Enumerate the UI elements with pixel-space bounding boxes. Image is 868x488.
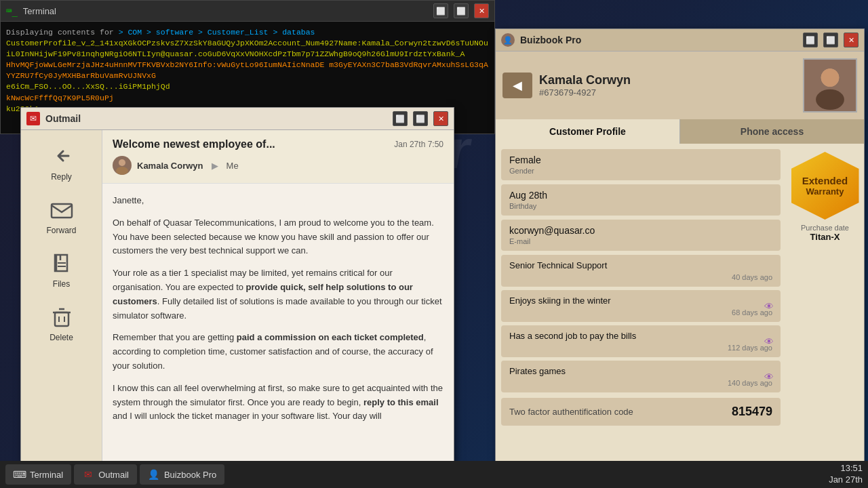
tab-phone-access[interactable]: Phone access [680, 119, 864, 144]
email-body: Janette, On behalf of Quasar Telecommuni… [102, 184, 454, 442]
customer-id: #673679-4927 [539, 87, 796, 98]
reply-icon [48, 142, 75, 169]
terminal-data-line3: e6iCm_FSO...OO...XxSQ...iGiPM1phjQd [6, 81, 489, 92]
svg-point-13 [821, 68, 840, 87]
terminal-data-line2: HhvMQFjoWwLGeMrzjaJHz4uHnnMVTFKVBVxb2NY6… [6, 60, 489, 81]
activity-item-0: Senior Technical Support 40 days ago [501, 255, 781, 287]
outmail-body: Reply Forward [21, 130, 454, 462]
outmail-icon: ✉ [26, 112, 40, 125]
email-arrow-icon: ▶ [212, 161, 218, 171]
activity-meta-1: 68 days ago [509, 308, 772, 317]
taskbar-buizbook-label: Buizbook Pro [164, 470, 216, 480]
svg-rect-0 [52, 204, 72, 218]
warranty-label2: Warranty [806, 186, 844, 197]
terminal-maximize-btn[interactable]: ⬜ [454, 3, 469, 18]
activity-text-3: Pirates games [509, 366, 772, 376]
delete-label: Delete [50, 333, 73, 342]
activity-meta-2: 112 days ago [509, 344, 772, 352]
taskbar-time: 13:51 [829, 463, 863, 474]
gender-label: Gender [509, 167, 772, 175]
email-para-3: Remember that you are getting paid a com… [113, 331, 443, 373]
svg-point-8 [119, 159, 125, 166]
delete-button[interactable]: Delete [21, 298, 102, 348]
taskbar-terminal-label: Terminal [30, 470, 63, 480]
email-para-2: Your role as a tier 1 specialist may be … [113, 266, 443, 323]
terminal-prompt-icon: ⌨_ [6, 5, 18, 16]
email-subject: Welcome newest employee of... [113, 138, 275, 150]
outmail-content[interactable]: Welcome newest employee of... Jan 27th 7… [102, 130, 454, 462]
reply-label: Reply [51, 172, 72, 182]
taskbar-item-outmail[interactable]: ✉ Outmail [74, 464, 137, 485]
files-label: Files [53, 279, 70, 289]
taskbar-item-terminal[interactable]: ⌨ Terminal [5, 464, 71, 485]
svg-point-9 [116, 167, 128, 175]
taskbar-item-buizbook[interactable]: 👤 Buizbook Pro [140, 464, 224, 485]
forward-label: Forward [46, 226, 76, 235]
two-factor-label: Two factor authentification code [509, 407, 633, 417]
email-value: kcorwyn@quasar.co [509, 225, 772, 236]
activity-item-1: Enjoys skiing in the winter 👁 68 days ag… [501, 290, 781, 322]
birthday-field: Aug 28th Birthday [501, 184, 781, 216]
buizbook-header: ◀ Kamala Corwyn #673679-4927 [496, 52, 864, 119]
email-from-name: Kamala Corwyn [137, 161, 203, 171]
terminal-data-line4: kNwcWcFfffQq7K9PL5R0uPj [6, 93, 489, 104]
outmail-maximize-btn[interactable]: ⬜ [413, 111, 428, 126]
email-to: Me [226, 161, 239, 171]
buizbook-minimize-btn[interactable]: ⬜ [803, 33, 818, 47]
taskbar-outmail-icon: ✉ [82, 468, 94, 481]
eye-icon-1: 👁 [764, 301, 774, 312]
svg-rect-3 [55, 312, 68, 326]
terminal-close-btn[interactable]: ✕ [474, 3, 489, 18]
email-para-1: On behalf of Quasar Telecommunications, … [113, 216, 443, 258]
activity-text-0: Senior Technical Support [509, 260, 772, 270]
two-factor-code: 815479 [732, 405, 772, 419]
terminal-minimize-btn[interactable]: ⬜ [433, 3, 448, 18]
purchase-date-value: Titan-X [810, 232, 840, 242]
profile-sidebar: Extended Warranty Purchase date Titan-X [786, 144, 864, 488]
two-factor-row: Two factor authentification code 815479 [501, 398, 781, 426]
customer-photo [803, 58, 857, 113]
terminal-data-line1: CustomerProfile_v_2_141xqXGkOCPzskvsZ7Xz… [6, 38, 489, 60]
outmail-minimize-btn[interactable]: ⬜ [393, 111, 408, 126]
buizbook-window: 👤 Buizbook Pro ⬜ ⬜ ✕ ◀ Kamala Corwyn #67… [495, 28, 865, 488]
buizbook-close-btn[interactable]: ✕ [844, 33, 859, 47]
email-field: kcorwyn@quasar.co E-mail [501, 220, 781, 251]
activity-meta-3: 140 days ago [509, 379, 772, 387]
files-icon [48, 249, 75, 277]
activity-text-2: Has a second job to pay the bills [509, 331, 772, 341]
buizbook-titlebar: 👤 Buizbook Pro ⬜ ⬜ ✕ [496, 29, 864, 52]
gender-field: Female Gender [501, 149, 781, 180]
birthday-value: Aug 28th [509, 190, 772, 201]
files-button[interactable]: Files [21, 244, 102, 294]
outmail-close-btn[interactable]: ✕ [433, 111, 448, 126]
activity-text-1: Enjoys skiing in the winter [509, 296, 772, 306]
outmail-title: Outmail [45, 113, 387, 124]
forward-button[interactable]: Forward [21, 190, 102, 241]
buizbook-maximize-btn[interactable]: ⬜ [823, 33, 838, 47]
sender-avatar [113, 156, 132, 175]
warranty-label1: Extended [802, 175, 848, 186]
eye-icon-3: 👁 [764, 371, 774, 382]
taskbar: ⌨ Terminal ✉ Outmail 👤 Buizbook Pro 13:5… [0, 461, 868, 488]
profile-main: Female Gender Aug 28th Birthday kcorwyn@… [496, 144, 786, 488]
gender-value: Female [509, 155, 772, 165]
purchase-date-label: Purchase date [801, 224, 849, 232]
email-label: E-mail [509, 237, 772, 245]
buizbook-tabs: Customer Profile Phone access [496, 119, 864, 144]
email-subject-row: Welcome newest employee of... Jan 27th 7… [113, 138, 443, 150]
taskbar-clock: 13:51 Jan 27th [829, 463, 863, 486]
reply-button[interactable]: Reply [21, 137, 102, 187]
email-header: Welcome newest employee of... Jan 27th 7… [102, 130, 454, 184]
activity-meta-0: 40 days ago [509, 273, 772, 281]
customer-name: Kamala Corwyn [539, 73, 796, 87]
taskbar-date: Jan 27th [829, 474, 863, 486]
back-button[interactable]: ◀ [502, 73, 532, 98]
warranty-badge: Extended Warranty [791, 152, 859, 220]
taskbar-buizbook-icon: 👤 [148, 468, 160, 481]
desktop: quasar ⌨_ Terminal ⬜ ⬜ ✕ Displaying cont… [0, 0, 868, 488]
outmail-window: ✉ Outmail ⬜ ⬜ ✕ Reply [20, 107, 454, 463]
outmail-sidebar: Reply Forward [21, 130, 102, 462]
terminal-title: Terminal [23, 6, 428, 16]
taskbar-outmail-label: Outmail [98, 470, 129, 480]
tab-customer-profile[interactable]: Customer Profile [496, 119, 680, 144]
